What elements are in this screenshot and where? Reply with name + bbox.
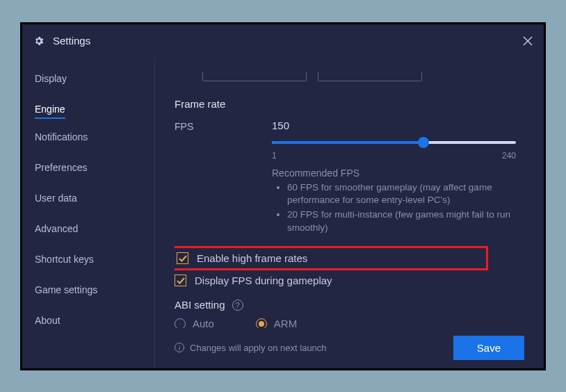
main-panel: Frame rate FPS 150 1 240	[154, 58, 544, 368]
fps-label: FPS	[175, 120, 272, 132]
fps-row: FPS 150 1 240 Recommended FPS	[175, 120, 516, 237]
sidebar-item-display[interactable]: Display	[22, 66, 79, 91]
settings-window: Settings Display Engine Notifications Pr…	[20, 22, 546, 370]
titlebar: Settings	[22, 24, 544, 58]
rec-item: 20 FPS for multi-instance (few games mig…	[287, 209, 516, 235]
select-box-2[interactable]	[318, 72, 422, 81]
info-icon: i	[175, 343, 184, 352]
select-box-1[interactable]	[202, 72, 307, 81]
checkbox-icon	[175, 275, 186, 286]
radio-icon	[175, 318, 186, 328]
fps-slider[interactable]	[272, 136, 516, 149]
abi-section-title: ABI setting ?	[175, 299, 516, 311]
sidebar-item-shortcut-keys[interactable]: Shortcut keys	[22, 247, 106, 272]
main-scroll[interactable]: Frame rate FPS 150 1 240	[175, 72, 524, 328]
fps-slider-thumb[interactable]	[418, 137, 429, 148]
footer: i Changes will apply on next launch Save	[175, 336, 524, 360]
rec-item: 60 FPS for smoother gameplay (may affect…	[287, 181, 516, 208]
enable-high-fps-label: Enable high frame rates	[197, 252, 307, 264]
display-fps-checkbox[interactable]: Display FPS during gameplay	[175, 275, 516, 286]
fps-slider-min: 1	[272, 151, 277, 161]
checkbox-icon	[177, 252, 188, 264]
window-title: Settings	[53, 35, 90, 47]
sidebar-item-engine[interactable]: Engine	[35, 97, 65, 119]
abi-option-auto[interactable]: Auto	[175, 318, 214, 327]
sidebar-item-user-data[interactable]: User data	[22, 186, 90, 211]
abi-option-arm[interactable]: ARM	[256, 318, 297, 327]
radio-icon	[256, 318, 267, 328]
display-fps-label: Display FPS during gameplay	[195, 275, 332, 286]
save-button[interactable]: Save	[453, 336, 524, 360]
window-body: Display Engine Notifications Preferences…	[22, 58, 544, 368]
recommended-fps-title: Recommended FPS	[272, 168, 516, 179]
gear-icon	[33, 35, 45, 47]
close-button[interactable]	[523, 36, 533, 46]
sidebar: Display Engine Notifications Preferences…	[22, 58, 154, 368]
sidebar-item-preferences[interactable]: Preferences	[22, 155, 99, 180]
sidebar-item-about[interactable]: About	[22, 308, 73, 333]
partial-selects	[202, 72, 516, 81]
abi-radio-group: Auto ARM	[175, 318, 516, 327]
sidebar-item-notifications[interactable]: Notifications	[22, 124, 100, 149]
framerate-section-title: Frame rate	[175, 98, 516, 110]
recommended-fps-list: 60 FPS for smoother gameplay (may affect…	[272, 181, 516, 236]
sidebar-item-game-settings[interactable]: Game settings	[22, 277, 110, 302]
sidebar-item-advanced[interactable]: Advanced	[22, 216, 90, 241]
enable-high-fps-checkbox[interactable]: Enable high frame rates	[175, 246, 488, 270]
footer-info: i Changes will apply on next launch	[175, 343, 327, 353]
fps-value: 150	[272, 120, 516, 131]
fps-slider-max: 240	[502, 151, 516, 161]
help-icon[interactable]: ?	[232, 300, 243, 311]
